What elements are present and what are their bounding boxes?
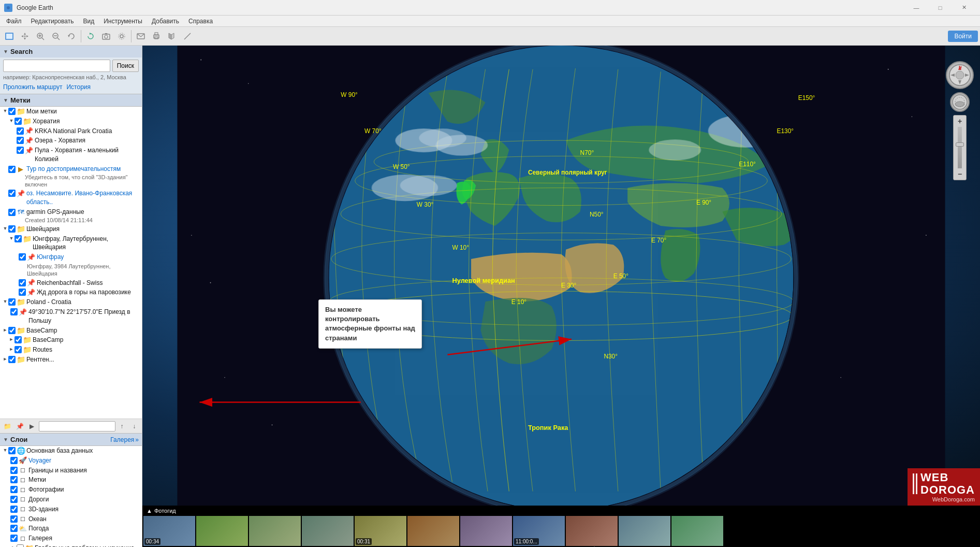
svg-point-31 (912, 117, 912, 117)
toolbar-btn-zoom-out[interactable] (49, 29, 63, 44)
tree-item[interactable]: 🗺 garmin GPS-данные Created 10/08/14 21:… (0, 207, 142, 224)
tree-item[interactable]: 📌 49°30'10.7"N 22°17'57.0"E Приезд в Пол… (0, 307, 142, 326)
photo-item[interactable]: Малая Азия (619, 516, 670, 547)
places-section: ▼ Метки ▼ 📁 Мои метки ▼ 📁 Хорватия 📌 KRK (0, 94, 142, 419)
route-link[interactable]: Проложить маршрут (3, 83, 62, 91)
toolbar-btn-settings[interactable] (114, 29, 129, 44)
tree-item[interactable]: ▼ 📁 Швейцария (0, 224, 142, 234)
move-down-btn[interactable]: ↓ (128, 421, 140, 432)
tree-item[interactable]: 📌 KRKA National Park Croatia (0, 126, 142, 136)
tree-item[interactable]: ▶ Тур по достопримечательностям Убедитес… (0, 164, 142, 189)
tree-item[interactable]: 📌 Жд дорога в горы на паровозике (0, 287, 142, 297)
photo-item[interactable]: 00:31 Париж (355, 516, 406, 547)
search-button[interactable]: Поиск (112, 60, 139, 72)
toolbar-btn-mail[interactable] (134, 29, 148, 44)
close-button[interactable]: ✕ (952, 0, 976, 16)
photo-item[interactable]: 00:34 Мюнхен (143, 516, 195, 547)
svg-point-4 (24, 35, 26, 37)
places-search-input[interactable] (39, 421, 115, 431)
tree-item[interactable]: □ Галерея (0, 534, 142, 543)
move-up-btn[interactable]: ↑ (116, 421, 128, 432)
svg-text:W 50°: W 50° (393, 163, 410, 170)
tree-item[interactable]: 📌 оз. Несамовите. Ивано-Франковская обла… (0, 189, 142, 207)
search-header: ▼ Search (0, 46, 142, 57)
photo-item[interactable]: 11:00:0... Понтик Стип... (513, 516, 565, 547)
photo-item[interactable]: Финляндия (671, 516, 723, 547)
tree-item[interactable]: 📌 Пула - Хорватия - маленький Колизей (0, 146, 142, 164)
zoom-out-button[interactable]: − (954, 168, 966, 180)
tree-item[interactable]: ▼ 🌐 Основная база данных (0, 446, 142, 456)
tree-item[interactable]: ⛅ Погода (0, 524, 142, 534)
zoom-in-button[interactable]: + (954, 116, 966, 127)
tree-item[interactable]: ► 📁 BaseCamp (0, 326, 142, 336)
layers-toggle[interactable]: ▼ (3, 437, 8, 442)
tree-item[interactable]: 📌 Озера - Хорватия (0, 136, 142, 146)
tree-item[interactable]: ► 📁 Глобальные проблемы и изучение окруж… (0, 543, 142, 547)
photo-item[interactable]: Нортерн Зеролин ... (196, 516, 248, 547)
photo-item[interactable]: Сербия (566, 516, 618, 547)
signin-button[interactable]: Войти (948, 31, 978, 42)
menu-view[interactable]: Вид (79, 17, 98, 26)
tree-item[interactable]: 🚀 Voyager (0, 456, 142, 466)
toolbar-btn-map[interactable] (165, 29, 179, 44)
tree-item[interactable]: ► 📁 Routes (0, 345, 142, 355)
tree-item[interactable]: 📌 Юнгфрау (0, 252, 142, 262)
svg-text:E130°: E130° (777, 127, 794, 135)
tree-item[interactable]: ▼ 📁 Юнгфрау, Лаутербруннен, Швейцария (0, 234, 142, 253)
toolbar-btn-camera[interactable] (99, 29, 113, 44)
new-place-btn[interactable]: 📌 (14, 421, 26, 432)
menu-add[interactable]: Добавить (148, 17, 183, 26)
svg-text:N: N (959, 65, 962, 69)
svg-point-28 (200, 60, 201, 61)
maximize-button[interactable]: □ (928, 0, 952, 16)
tree-item[interactable]: ► 📁 BaseCamp (0, 335, 142, 345)
map-area[interactable]: W 90° E150° W 70° E130° W 50° N70° E110°… (142, 46, 980, 547)
menu-tools[interactable]: Инструменты (99, 17, 147, 26)
toolbar-btn-pan[interactable] (18, 29, 32, 44)
minimize-button[interactable]: — (904, 0, 928, 16)
global-icon: 📁 (25, 544, 33, 547)
history-link[interactable]: История (66, 83, 91, 91)
tour-btn[interactable]: ▶ (26, 421, 38, 432)
photo-item[interactable]: Италия (460, 516, 512, 547)
search-input[interactable] (3, 60, 110, 72)
photo-item[interactable]: Турция (407, 516, 459, 547)
earth-globe[interactable]: W 90° E150° W 70° E130° W 50° N70° E110°… (142, 46, 980, 506)
zoom-track[interactable] (958, 127, 962, 168)
tree-item[interactable]: □ Дороги (0, 495, 142, 505)
compass-control[interactable]: N (946, 61, 974, 89)
svg-point-37 (210, 282, 211, 283)
tree-item[interactable]: □ Границы и названия (0, 466, 142, 476)
place-icon: 📌 (27, 279, 35, 287)
tree-item[interactable]: □ Океан (0, 514, 142, 524)
photo-item[interactable]: Польша (249, 516, 301, 547)
svg-marker-22 (169, 33, 171, 39)
separator-2 (131, 30, 131, 42)
new-folder-btn[interactable]: 📁 (2, 421, 13, 432)
tree-item[interactable]: □ 3D-здания (0, 505, 142, 514)
toolbar-btn-rotate[interactable] (64, 29, 79, 44)
places-toggle[interactable]: ▼ (3, 97, 8, 103)
toolbar-btn-zoom-in[interactable] (33, 29, 48, 44)
menu-help[interactable]: Справка (184, 17, 217, 26)
toolbar-btn-print[interactable] (149, 29, 164, 44)
tree-item[interactable]: ▼ 📁 Мои метки (0, 107, 142, 117)
zoom-thumb[interactable] (956, 142, 964, 147)
toolbar-btn-view[interactable] (2, 29, 17, 44)
tree-item[interactable]: □ Метки (0, 475, 142, 485)
tree-item[interactable]: ► 📁 Рентген... (0, 355, 142, 365)
tree-item[interactable]: □ Фотографии (0, 485, 142, 495)
menu-edit[interactable]: Редактировать (27, 17, 78, 26)
tree-item[interactable]: 📌 Reichenbachfall - Swiss (0, 278, 142, 288)
expand-strip-icon[interactable]: ▲ (147, 508, 152, 514)
tree-item[interactable]: ▼ 📁 Хорватия (0, 117, 142, 126)
tilt-control[interactable] (950, 92, 970, 112)
menu-file[interactable]: Файл (2, 17, 26, 26)
zoom-control[interactable]: + − (953, 115, 967, 180)
tree-item[interactable]: ▼ 📁 Poland - Croatia (0, 297, 142, 307)
search-toggle[interactable]: ▼ (3, 49, 8, 54)
toolbar-btn-measure[interactable] (180, 29, 195, 44)
toolbar-btn-refresh[interactable] (83, 29, 98, 44)
photo-item[interactable]: Украина (302, 516, 354, 547)
gallery-btn[interactable]: Галерея » (110, 436, 139, 443)
